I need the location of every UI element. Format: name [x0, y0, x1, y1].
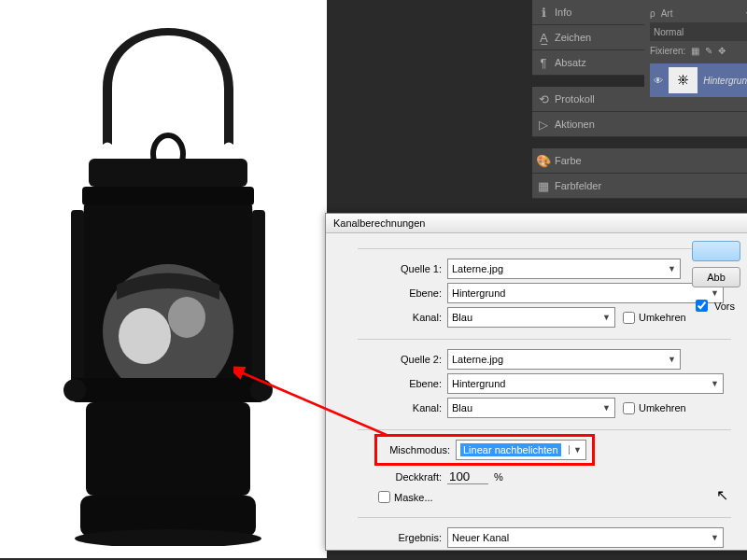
- character-icon: A̲: [532, 31, 555, 45]
- opacity-label: Deckkraft:: [374, 471, 442, 483]
- document-canvas: [0, 0, 327, 558]
- layer-filter[interactable]: ρArt▾: [650, 4, 747, 22]
- panel-color[interactable]: 🎨Farbe: [532, 148, 747, 174]
- layers-panel: ρArt▾ Normal Fixieren:▦✎✥ 👁 ⛯ Hintergrun: [644, 0, 747, 101]
- opacity-input[interactable]: [447, 469, 488, 484]
- source1-file-combo[interactable]: Laterne.jpg▼: [447, 259, 681, 279]
- source1-layer-combo[interactable]: Hintergrund▼: [447, 283, 724, 303]
- source2-channel-combo[interactable]: Blau▼: [447, 398, 615, 418]
- chevron-down-icon: ▼: [668, 355, 676, 364]
- source2-group: Quelle 2: Laterne.jpg▼ Ebene: Hintergrun…: [358, 339, 731, 424]
- layer-thumbnail: ⛯: [669, 67, 698, 93]
- blend-label: Mischmodus:: [383, 444, 450, 455]
- lock-brush-icon[interactable]: ✎: [705, 46, 712, 56]
- source2-label: Quelle 2:: [358, 354, 442, 365]
- svg-point-10: [250, 379, 273, 401]
- blend-mode-combo[interactable]: Linear nachbelichten▼: [456, 440, 586, 460]
- lantern-image: [37, 23, 299, 546]
- source2-invert-check[interactable]: Umkehren: [623, 402, 707, 414]
- info-icon: ℹ: [532, 6, 555, 20]
- chevron-down-icon: ▼: [711, 379, 719, 388]
- svg-point-6: [119, 308, 171, 364]
- mask-check[interactable]: Maske...: [374, 488, 731, 506]
- svg-rect-1: [89, 159, 247, 187]
- lock-row: Fixieren:▦✎✥: [650, 41, 747, 60]
- source2-file-combo[interactable]: Laterne.jpg▼: [447, 349, 681, 370]
- source1-channel-combo[interactable]: Blau▼: [447, 307, 615, 328]
- chevron-down-icon: ▼: [711, 533, 719, 542]
- eye-icon[interactable]: 👁: [654, 76, 663, 86]
- chevron-down-icon: ▼: [602, 403, 611, 413]
- chevron-down-icon: ▼: [668, 264, 676, 273]
- svg-rect-11: [86, 402, 250, 496]
- layer-row-background[interactable]: 👁 ⛯ Hintergrun: [650, 63, 747, 97]
- source2-layer-combo[interactable]: Hintergrund▼: [447, 373, 724, 394]
- svg-point-9: [63, 379, 86, 401]
- opacity-unit: %: [494, 471, 503, 483]
- panel-actions[interactable]: ▷Aktionen: [532, 112, 747, 137]
- dialog-title: Kanalberechnungen: [326, 214, 747, 233]
- result-combo[interactable]: Neuer Kanal▼: [447, 527, 724, 548]
- svg-rect-8: [73, 378, 263, 402]
- cancel-button[interactable]: Abb: [692, 267, 740, 287]
- swatches-icon: ▦: [532, 179, 555, 193]
- source1-label: Quelle 1:: [358, 263, 442, 274]
- svg-rect-4: [252, 210, 265, 387]
- lock-transparency-icon[interactable]: ▦: [691, 46, 699, 56]
- result-group: Ergebnis: Neuer Kanal▼: [358, 517, 731, 553]
- source1-channel-label: Kanal:: [358, 312, 442, 323]
- panel-swatches[interactable]: ▦Farbfelder: [532, 174, 747, 199]
- calculations-dialog: Kanalberechnungen Abb Vors Quelle 1: Lat…: [325, 213, 747, 551]
- ok-button[interactable]: [692, 241, 740, 261]
- lock-move-icon[interactable]: ✥: [718, 46, 726, 56]
- svg-rect-3: [71, 210, 84, 387]
- blend-highlight: Mischmodus: Linear nachbelichten▼: [374, 434, 595, 466]
- result-label: Ergebnis:: [358, 532, 442, 543]
- history-icon: ⟲: [532, 92, 555, 106]
- svg-rect-2: [82, 187, 254, 205]
- paragraph-icon: ¶: [532, 56, 555, 70]
- blend-group: Mischmodus: Linear nachbelichten▼ Deckkr…: [358, 429, 731, 511]
- layer-name: Hintergrun: [703, 76, 747, 86]
- source1-group: Quelle 1: Laterne.jpg▼ Ebene: Hintergrun…: [358, 248, 731, 333]
- preview-checkbox[interactable]: Vors: [692, 297, 735, 315]
- blend-mode-select[interactable]: Normal: [650, 22, 747, 41]
- chevron-down-icon: ▼: [569, 445, 582, 455]
- palette-icon: 🎨: [532, 154, 555, 168]
- mouse-cursor: ↖: [716, 486, 728, 504]
- play-icon: ▷: [532, 118, 555, 132]
- source1-layer-label: Ebene:: [358, 287, 442, 299]
- source2-channel-label: Kanal:: [358, 402, 442, 413]
- chevron-down-icon: ▼: [602, 313, 611, 322]
- svg-point-7: [168, 297, 205, 338]
- source2-layer-label: Ebene:: [358, 378, 442, 389]
